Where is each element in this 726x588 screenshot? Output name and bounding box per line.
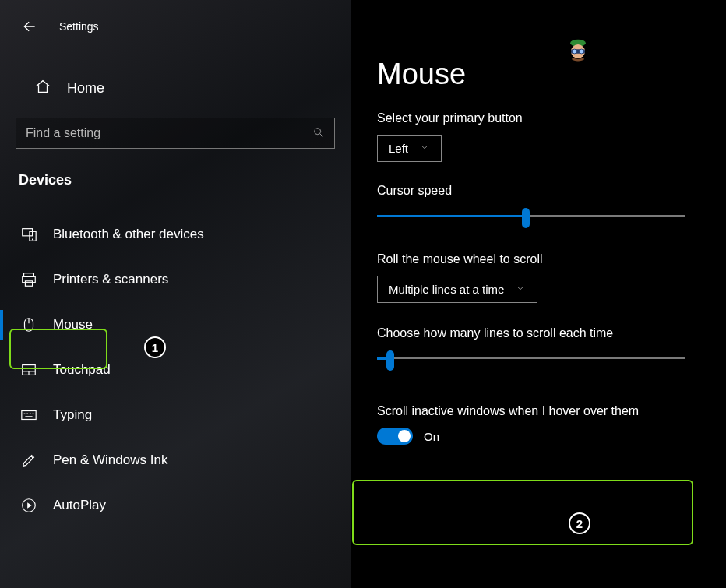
cursor-speed-label: Cursor speed <box>377 184 726 198</box>
inactive-windows-toggle[interactable] <box>377 428 413 445</box>
home-icon <box>34 78 51 99</box>
svg-point-3 <box>33 239 33 240</box>
slider-thumb[interactable] <box>386 350 394 371</box>
sidebar-item-pen[interactable]: Pen & Windows Ink <box>0 438 351 483</box>
svg-rect-12 <box>22 411 36 420</box>
search-icon <box>312 126 325 141</box>
svg-rect-4 <box>24 273 34 277</box>
svg-point-22 <box>573 49 577 54</box>
sidebar-item-typing[interactable]: Typing <box>0 393 351 438</box>
scroll-wheel-label: Roll the mouse wheel to scroll <box>377 252 726 266</box>
scroll-wheel-dropdown[interactable]: Multiple lines at a time <box>377 276 537 303</box>
search-placeholder: Find a setting <box>26 126 312 140</box>
sidebar-item-label: Typing <box>53 407 92 423</box>
slider-thumb[interactable] <box>522 208 530 228</box>
annotation-highlight-2 <box>352 480 693 545</box>
svg-point-23 <box>580 49 584 54</box>
home-label: Home <box>67 80 104 97</box>
pen-icon <box>19 452 39 469</box>
toggle-state: On <box>424 430 439 443</box>
chevron-down-icon <box>408 142 430 155</box>
home-link[interactable]: Home <box>0 51 351 111</box>
sidebar-item-touchpad[interactable]: Touchpad <box>0 347 351 393</box>
devices-icon <box>19 226 39 243</box>
dropdown-value: Multiple lines at a time <box>389 283 504 296</box>
back-button[interactable] <box>14 14 45 39</box>
svg-point-0 <box>315 128 321 134</box>
sidebar-item-mouse[interactable]: Mouse <box>0 302 351 347</box>
sidebar-item-bluetooth[interactable]: Bluetooth & other devices <box>0 212 351 257</box>
svg-rect-6 <box>25 281 32 286</box>
primary-button-dropdown[interactable]: Left <box>377 135 442 162</box>
sidebar-item-printers[interactable]: Printers & scanners <box>0 257 351 302</box>
printer-icon <box>19 271 39 288</box>
avatar <box>562 36 594 67</box>
search-input[interactable]: Find a setting <box>16 118 335 149</box>
sidebar-item-label: Mouse <box>53 317 93 333</box>
lines-scroll-slider[interactable] <box>377 350 685 368</box>
sidebar-item-label: Pen & Windows Ink <box>53 452 167 468</box>
sidebar-item-autoplay[interactable]: AutoPlay <box>0 483 351 528</box>
svg-rect-1 <box>23 229 33 236</box>
mouse-icon <box>19 316 39 333</box>
lines-scroll-label: Choose how many lines to scroll each tim… <box>377 326 726 340</box>
sidebar-item-label: Bluetooth & other devices <box>53 227 204 242</box>
main-content: Mouse Select your primary button Left Cu… <box>351 0 726 588</box>
sidebar-item-label: Touchpad <box>53 362 111 378</box>
inactive-windows-label: Scroll inactive windows when I hover ove… <box>377 404 726 418</box>
keyboard-icon <box>19 407 39 424</box>
app-title: Settings <box>59 20 99 33</box>
sidebar: Settings Home Find a setting Devices Blu… <box>0 0 351 588</box>
sidebar-item-label: Printers & scanners <box>53 272 168 287</box>
slider-track <box>377 357 685 359</box>
section-header: Devices <box>0 166 351 201</box>
page-title: Mouse <box>377 58 726 91</box>
dropdown-value: Left <box>389 142 408 155</box>
autoplay-icon <box>19 497 39 514</box>
cursor-speed-slider[interactable] <box>377 207 685 226</box>
chevron-down-icon <box>504 283 526 296</box>
svg-rect-5 <box>23 276 36 282</box>
primary-button-label: Select your primary button <box>377 111 726 125</box>
sidebar-item-label: AutoPlay <box>53 498 106 513</box>
annotation-badge-2: 2 <box>569 512 590 534</box>
touchpad-icon <box>19 361 39 379</box>
